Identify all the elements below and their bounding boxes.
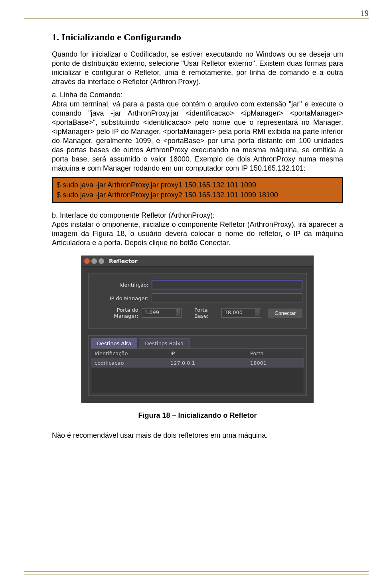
reflector-window: Reflector Identifição: IP do Manager: Po… [81,256,314,403]
table-row[interactable]: codificacao 127.0.0.1 18001 [91,358,304,368]
figure-caption: Figura 18 – Inicializando o Refletor [52,411,343,420]
paragraph-cli: a. Linha de Comando: Abra um terminal, v… [52,90,343,173]
label-ip: IP do Manager: [93,295,148,301]
cell-ip: 127.0.0.1 [170,360,250,366]
bottom-rule-light [24,574,369,575]
cell-ident: codificacao [95,360,170,366]
grid-header: Identificação IP Porta [91,349,304,358]
col-porta: Porta [250,350,300,356]
tab-destinos-baixa[interactable]: Destinos Baixa [139,338,190,348]
label-ident: Identifição: [93,282,148,288]
code-line-1: $ sudo java -jar ArthronProxy.jar proxy1… [57,180,338,190]
document-page: 19 1. Inicializando e Configurando Quand… [0,0,383,588]
top-rule [24,18,369,19]
paragraph-note: Não é recomendável usar mais de dois ref… [52,431,343,440]
bottom-rule-strong [24,571,369,572]
close-icon[interactable] [84,258,90,264]
titlebar: Reflector [82,256,313,267]
ip-input[interactable] [152,293,302,303]
col-identificacao: Identificação [95,350,170,356]
label-porta-base: Porta Base: [194,307,219,319]
paragraph-intro: Quando for inicializar o Codificador, se… [52,50,343,87]
conectar-button[interactable]: Conectar [268,309,302,318]
porta-manager-spinner[interactable]: 1.099 [142,308,182,318]
ident-input[interactable] [152,280,302,289]
porta-base-spinner[interactable]: 18.000 [221,308,261,318]
col-ip: IP [170,350,250,356]
minimize-icon[interactable] [91,258,97,264]
tab-bar: Destinos Alta Destinos Baixa [89,336,306,348]
destinations-panel: Destinos Alta Destinos Baixa Identificaç… [88,335,307,396]
code-line-2: $ sudo java -jar ArthronProxy.jar proxy2… [57,190,338,200]
code-example-box: $ sudo java -jar ArthronProxy.jar proxy1… [52,177,343,203]
maximize-icon[interactable] [99,258,104,264]
form-panel: Identifição: IP do Manager: Porta do Man… [88,273,307,329]
window-title: Reflector [109,258,138,264]
page-number: 19 [361,9,369,18]
paragraph-gui: b. Interface do componente Refletor (Art… [52,211,343,248]
tab-destinos-alta[interactable]: Destinos Alta [91,338,137,348]
label-porta-manager: Porta do Manager: [93,307,138,319]
heading-1: 1. Inicializando e Configurando [52,32,343,43]
cell-porta: 18001 [250,360,300,366]
destinations-grid: Identificação IP Porta codificacao 127.0… [91,348,304,393]
